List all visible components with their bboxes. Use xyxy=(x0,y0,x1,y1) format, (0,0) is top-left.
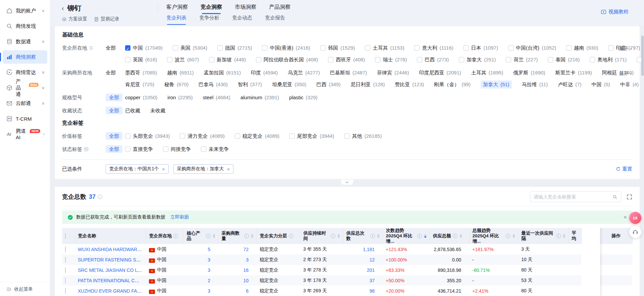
filter-option[interactable]: 卢旺达 (7) xyxy=(558,80,581,88)
filter-option[interactable]: 巴西 (273) xyxy=(417,56,449,64)
filter-option[interactable]: 土耳其 (1153) xyxy=(365,44,404,52)
sidebar-item-data-link[interactable]: 数据通 ∨ xyxy=(3,35,47,48)
core-products-link[interactable]: 3 xyxy=(208,257,210,262)
filter-option[interactable]: 直接竞争 xyxy=(125,145,153,153)
sidebar-item-biz-discovery[interactable]: 商情发现 xyxy=(3,19,47,33)
filter-option[interactable]: 尼日利亚 (128) xyxy=(351,80,385,88)
tab[interactable]: 竞企洞察 xyxy=(201,2,222,14)
filter-option[interactable]: 俄罗斯 (1690) xyxy=(513,69,545,77)
plan-settings-button[interactable]: 方案设置 xyxy=(62,16,87,22)
filter-option[interactable]: 阿拉伯联合酋长国 (408) xyxy=(256,56,318,64)
filter-option[interactable]: 巴拿马 (430) xyxy=(199,80,228,88)
supply-times-link[interactable]: 201 xyxy=(367,268,375,273)
column-header[interactable]: 平均 xyxy=(569,228,581,244)
filter-option[interactable]: 墨西哥 (7085) xyxy=(125,69,157,77)
filter-option[interactable]: copper (1050) xyxy=(125,94,157,102)
supply-times-link[interactable]: 12 xyxy=(369,257,375,262)
checkbox[interactable] xyxy=(417,57,422,62)
checkbox[interactable] xyxy=(256,57,261,62)
ai-assistant-float-button[interactable]: tA xyxy=(629,212,641,224)
refresh-now-link[interactable]: 立即刷新 xyxy=(170,214,189,220)
core-products-link[interactable]: 3 xyxy=(208,288,210,294)
filter-option[interactable]: 波兰 (607) xyxy=(167,56,199,64)
checkbox[interactable] xyxy=(375,57,380,62)
filter-option[interactable]: 荷兰 (227) xyxy=(506,56,538,64)
checkbox[interactable] xyxy=(328,57,333,62)
sort-toggle[interactable] xyxy=(513,234,515,238)
sidebar-item-tengdao-ai[interactable]: 腾道AI NEW › xyxy=(3,127,47,141)
company-search-input[interactable] xyxy=(534,194,612,199)
core-products-link[interactable]: 2 xyxy=(208,278,210,283)
checkbox[interactable] xyxy=(506,57,511,62)
filter-option[interactable]: 巴西 (349) xyxy=(316,80,340,88)
sort-toggle[interactable] xyxy=(424,234,427,238)
supply-times-link[interactable]: 1,181 xyxy=(363,247,375,252)
expand-more-button[interactable]: 展开∨ xyxy=(619,69,632,77)
checkbox[interactable] xyxy=(201,146,206,152)
company-name-link[interactable]: PATTA INTERNATIONAL CO LTD xyxy=(78,278,146,283)
row-checkbox[interactable] xyxy=(65,246,66,252)
filter-option[interactable]: 未来竞争 xyxy=(201,145,229,153)
buyer-count-link[interactable]: 72 xyxy=(243,247,249,252)
company-name-link[interactable]: SUPERTOR FASTENING SHANGHAI... xyxy=(78,257,146,262)
remove-chip-icon[interactable]: × xyxy=(227,167,230,172)
buyer-count-link[interactable]: 16 xyxy=(243,268,249,273)
checkbox[interactable] xyxy=(235,133,240,139)
filter-option[interactable]: 秘鲁 (670) xyxy=(164,80,189,88)
buyer-count-link[interactable]: 10 xyxy=(243,278,249,283)
subtab[interactable]: 竞争分析 xyxy=(199,14,219,24)
column-header[interactable]: 次数趋势 2025Q4 环比增... i xyxy=(383,228,430,244)
checkbox[interactable] xyxy=(289,133,295,139)
checkbox[interactable] xyxy=(548,57,553,62)
filter-option[interactable]: 新加坡 (448) xyxy=(209,56,246,64)
row-checkbox[interactable] xyxy=(65,267,66,273)
filter-option[interactable]: 赞比亚 (123) xyxy=(395,80,424,88)
checkbox[interactable] xyxy=(125,57,130,62)
checkbox[interactable] xyxy=(566,45,572,51)
filter-option[interactable]: 日本 (1097) xyxy=(464,44,498,52)
tab[interactable]: 产品洞察 xyxy=(269,2,290,14)
filter-option[interactable]: 德国 (2715) xyxy=(217,44,252,52)
close-notice-icon[interactable]: × xyxy=(623,214,627,221)
filter-all-option-active[interactable]: 全部 xyxy=(106,132,125,140)
column-header[interactable]: 最近一次供应间隔 i xyxy=(518,228,569,244)
filter-all-option[interactable]: 全部 xyxy=(106,44,125,52)
trade-records-button[interactable]: 贸易记录 xyxy=(94,16,119,22)
table-row[interactable]: XUZHOU EVER GRAND FASTENERS... 中国 3 6 稳定… xyxy=(62,286,632,296)
table-row[interactable]: SUPERTOR FASTENING SHANGHAI... 中国 3 3 稳定… xyxy=(62,254,632,265)
checkbox[interactable] xyxy=(464,45,469,51)
column-header[interactable]: 供应总次数 i xyxy=(343,228,383,244)
tab[interactable]: 客户洞察 xyxy=(166,2,188,14)
filter-option[interactable]: plastic (329) xyxy=(289,94,318,102)
checkbox[interactable] xyxy=(414,45,420,51)
sort-toggle[interactable] xyxy=(213,234,215,238)
sort-toggle[interactable] xyxy=(563,234,566,238)
filter-option[interactable]: 肯尼亚 (725) xyxy=(125,80,154,88)
filter-option[interactable]: 潜力竞企 (4089) xyxy=(180,132,224,140)
checkbox[interactable] xyxy=(344,133,350,139)
filter-all-option-active[interactable]: 全部 xyxy=(106,107,125,115)
subtab[interactable]: 竞企报告 xyxy=(265,14,285,24)
filter-option[interactable]: 英国 (616) xyxy=(125,56,157,64)
filter-option[interactable]: iron (2295) xyxy=(167,94,193,102)
checkbox[interactable] xyxy=(459,57,464,62)
reset-filters-button[interactable]: 重置 xyxy=(616,166,632,172)
filter-option[interactable]: 加拿大 (51) xyxy=(481,80,512,88)
remove-chip-icon[interactable]: × xyxy=(162,167,165,172)
checkbox[interactable] xyxy=(365,45,370,51)
filter-option[interactable]: 西班牙 (408) xyxy=(328,56,365,64)
back-icon[interactable]: ‹ xyxy=(62,4,64,12)
filter-option[interactable]: 乌克兰 (4277) xyxy=(288,69,320,77)
filter-option[interactable]: 中国(台湾) (1052) xyxy=(508,44,556,52)
filter-option[interactable]: 巴基斯坦 (2487) xyxy=(330,69,367,77)
filter-option[interactable]: 中非 (4) xyxy=(620,80,639,88)
checkbox[interactable] xyxy=(209,57,214,62)
buyer-count-link[interactable]: 3 xyxy=(246,257,249,262)
select-all-checkbox[interactable] xyxy=(65,233,66,239)
subtab[interactable]: 竞企动态 xyxy=(232,14,252,24)
table-row[interactable]: SRC METAL JIASHAN CO LTD 中国 3 16 稳定竞企 3 … xyxy=(62,265,632,275)
core-products-link[interactable]: 5 xyxy=(208,247,210,252)
checkbox[interactable] xyxy=(217,45,223,51)
filter-option[interactable]: 中国 (17049) xyxy=(125,44,163,52)
column-header[interactable]: 竞企实力分层 i xyxy=(257,228,300,244)
